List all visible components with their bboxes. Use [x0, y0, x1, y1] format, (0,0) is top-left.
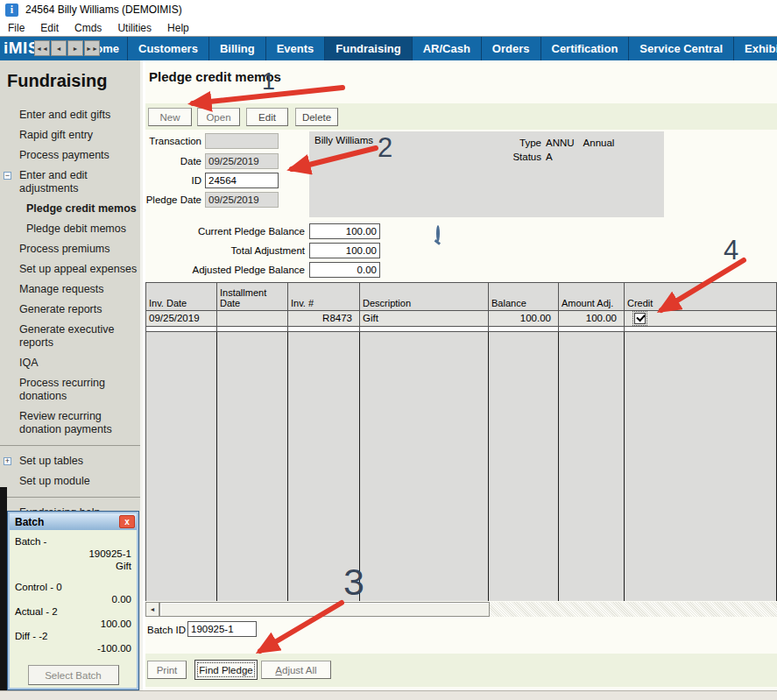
menu-item-edit[interactable]: Edit: [32, 20, 67, 36]
horizontal-scrollbar: ◄: [145, 602, 777, 617]
adjusted-pledge-balance-field[interactable]: [309, 262, 380, 278]
main-content: Pledge credit memos New Open Edit Delete…: [145, 60, 777, 690]
close-icon[interactable]: x: [119, 515, 135, 528]
left-edge-strip: [0, 487, 7, 690]
date-field[interactable]: [205, 153, 279, 169]
title-bar: i 24564 Billy Williams (DEMOIMIS): [0, 0, 777, 19]
scrollbar-track[interactable]: [490, 602, 777, 617]
batch-panel-titlebar: Batch x: [10, 513, 137, 530]
type-label: Type: [512, 136, 541, 150]
sidebar-item-set-up-appeal-expenses[interactable]: Set up appeal expenses: [0, 263, 140, 276]
batch-panel-title: Batch: [15, 516, 119, 528]
cell-amount-adj: 100.00: [559, 311, 625, 326]
nav-forward-button[interactable]: ►: [67, 40, 83, 56]
column-header-amount-adj: Amount Adj.: [559, 283, 625, 310]
top-toolbar: [145, 103, 777, 130]
batch-label: Batch -: [15, 535, 131, 548]
tab-home[interactable]: Home: [99, 37, 127, 60]
tab-billing[interactable]: Billing: [208, 37, 265, 60]
sidebar-item-process-premiums[interactable]: Process premiums: [0, 243, 140, 256]
batch-type: Gift: [15, 560, 131, 572]
menu-item-file[interactable]: File: [0, 20, 32, 36]
nav-history-arrows: ◄◄ ◄ ► ►►: [34, 40, 100, 56]
nav-back-button[interactable]: ◄: [51, 40, 67, 56]
menu-item-help[interactable]: Help: [159, 20, 197, 36]
sidebar-item-set-up-module[interactable]: Set up module: [0, 475, 140, 488]
total-adjustment-label: Total Adjustment: [130, 245, 305, 256]
cell-inv-no: R8473: [288, 311, 360, 326]
sidebar-item-review-recurring-donation-payments[interactable]: Review recurring donation payments: [0, 410, 140, 436]
menu-item-cmds[interactable]: Cmds: [67, 20, 109, 36]
open-button[interactable]: Open: [197, 108, 240, 126]
sidebar-item-generate-executive-reports[interactable]: Generate executive reports: [0, 323, 140, 350]
sidebar-item-iqa[interactable]: IQA: [0, 357, 140, 370]
adjust-all-accesskey: A: [275, 665, 282, 675]
tab-customers[interactable]: Customers: [127, 37, 208, 60]
sidebar-item-set-up-tables[interactable]: + Set up tables: [0, 455, 140, 468]
select-batch-button[interactable]: Select Batch: [28, 665, 119, 685]
batch-diff-label: Diff - -2: [15, 630, 131, 642]
sidebar-item-generate-reports[interactable]: Generate reports: [0, 303, 140, 316]
sidebar-item-process-recurring-donations[interactable]: Process recurring donations: [0, 377, 140, 403]
page-title: Pledge credit memos: [149, 69, 281, 84]
imis-window: i 24564 Billy Williams (DEMOIMIS) File E…: [0, 0, 777, 700]
sidebar-title: Fundraising: [0, 60, 140, 91]
id-lookup-button[interactable]: [427, 224, 445, 243]
status-label: Status: [512, 150, 541, 164]
column-header-description: Description: [360, 283, 489, 310]
tab-certification[interactable]: Certification: [540, 37, 629, 60]
find-pledge-button[interactable]: Find Pledge: [194, 660, 258, 680]
adjust-all-button[interactable]: Adjust All: [261, 661, 331, 679]
batch-panel: Batch x Batch - 190925-1 Gift Control - …: [7, 511, 139, 690]
nav-last-button[interactable]: ►►: [84, 40, 100, 56]
batch-id-label: Batch ID: [147, 625, 186, 635]
print-button[interactable]: Print: [147, 661, 187, 679]
scrollbar-thumb[interactable]: [159, 602, 490, 617]
transaction-field[interactable]: [205, 133, 279, 149]
tab-service-central[interactable]: Service Central: [628, 37, 733, 60]
nav-first-button[interactable]: ◄◄: [34, 40, 50, 56]
menu-bar: File Edit Cmds Utilities Help: [0, 19, 777, 37]
current-pledge-balance-field[interactable]: [309, 223, 380, 239]
magnifier-icon: [436, 225, 440, 242]
date-label: Date: [88, 156, 201, 166]
batch-id-input[interactable]: [187, 621, 257, 637]
batch-actual-amount: 100.00: [15, 618, 131, 630]
collapse-minus-icon[interactable]: −: [4, 172, 11, 180]
tab-fundraising[interactable]: Fundraising: [324, 37, 411, 60]
sidebar-item-label: Enter and edit adjustments: [19, 169, 88, 194]
cell-balance: 100.00: [489, 311, 559, 326]
sidebar-item-pledge-debit-memos[interactable]: Pledge debit memos: [0, 223, 140, 236]
new-button[interactable]: New: [148, 108, 192, 126]
grid-header-row: Inv. Date Installment Date Inv. # Descri…: [146, 283, 777, 310]
sidebar-separator: [0, 497, 140, 498]
edit-button[interactable]: Edit: [246, 108, 288, 126]
pledge-date-field[interactable]: [205, 192, 279, 208]
total-adjustment-field[interactable]: [309, 243, 380, 258]
credit-checkbox[interactable]: [634, 313, 646, 324]
tab-ar-cash[interactable]: AR/Cash: [412, 37, 481, 60]
sidebar-item-enter-and-edit-gifts[interactable]: Enter and edit gifts: [0, 109, 140, 122]
nav-tabs: Home Customers Billing Events Fundraisin…: [99, 37, 777, 60]
id-field[interactable]: [205, 173, 279, 188]
column-header-credit: Credit: [625, 283, 777, 310]
sidebar-item-manage-requests[interactable]: Manage requests: [0, 283, 140, 296]
tab-exhibitors[interactable]: Exhibi: [733, 37, 777, 60]
expand-plus-icon[interactable]: +: [4, 457, 11, 465]
menu-item-utilities[interactable]: Utilities: [109, 20, 159, 36]
status-bar: [0, 690, 777, 700]
cell-description: Gift: [360, 311, 489, 326]
tab-orders[interactable]: Orders: [481, 37, 540, 60]
window-title: 24564 Billy Williams (DEMOIMIS): [25, 4, 182, 16]
tab-events[interactable]: Events: [265, 37, 325, 60]
status-value: A: [546, 150, 553, 164]
column-header-installment-date: Installment Date: [217, 283, 288, 310]
delete-button[interactable]: Delete: [295, 108, 338, 126]
grid-empty-row: [146, 326, 777, 331]
table-row[interactable]: 09/25/2019 R8473 Gift 100.00 100.00: [146, 310, 777, 326]
nav-bar: iMIS Home Customers Billing Events Fundr…: [0, 37, 777, 60]
scroll-left-arrow-icon[interactable]: ◄: [145, 602, 159, 617]
pledge-date-label: Pledge Date: [88, 194, 201, 205]
type-desc: Annual: [583, 136, 615, 150]
sidebar-separator: [0, 445, 140, 446]
